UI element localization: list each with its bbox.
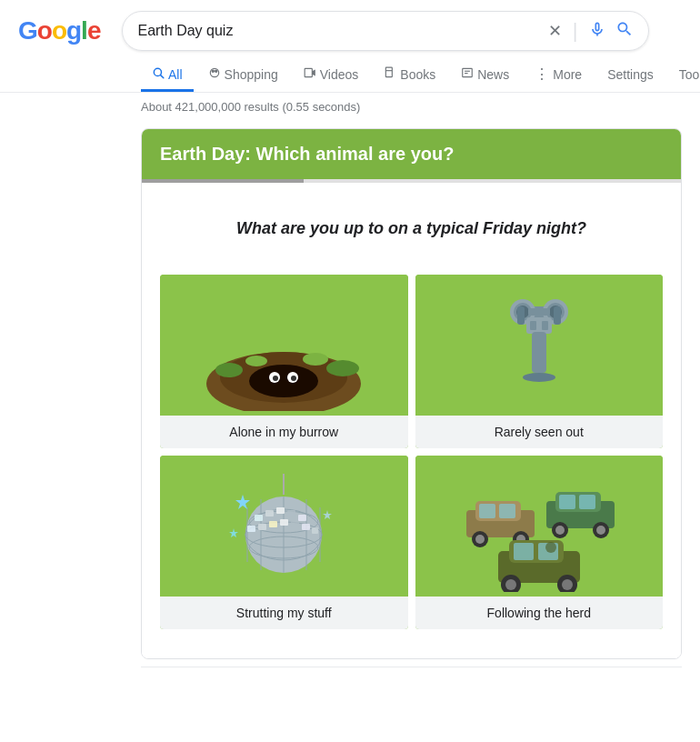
svg-rect-34	[532, 332, 546, 373]
svg-point-21	[273, 376, 278, 381]
svg-point-88	[562, 579, 573, 590]
svg-marker-63	[229, 528, 238, 537]
svg-point-15	[215, 363, 243, 377]
books-icon	[384, 66, 396, 82]
nav-right-section: Settings Tools	[596, 60, 700, 91]
search-input[interactable]	[137, 23, 547, 39]
svg-rect-51	[276, 507, 285, 514]
quiz-question: What are you up to on a typical Friday n…	[160, 201, 663, 275]
svg-point-3	[212, 70, 214, 72]
google-logo: Google	[18, 16, 100, 45]
telescope-label: Rarely seen out	[415, 416, 664, 448]
all-icon	[152, 66, 165, 82]
disco-image	[160, 456, 408, 597]
svg-point-86	[505, 579, 516, 590]
search-submit-icon[interactable]	[615, 20, 634, 43]
burrow-image	[160, 275, 408, 416]
svg-rect-60	[312, 527, 318, 534]
results-count: About 421,000,000 results (0.55 seconds)	[0, 93, 700, 121]
quiz-card: Earth Day: Which animal are you? What ar…	[141, 128, 682, 659]
quiz-title: Earth Day: Which animal are you?	[160, 144, 663, 165]
svg-rect-36	[517, 306, 525, 325]
svg-rect-32	[530, 321, 536, 330]
nav-shopping-label: Shopping	[225, 67, 278, 82]
nav-settings-label: Settings	[607, 67, 654, 82]
header: Google ✕ |	[0, 0, 700, 51]
svg-rect-55	[258, 524, 266, 530]
svg-rect-56	[269, 521, 277, 527]
news-icon	[461, 66, 474, 82]
svg-rect-33	[542, 321, 548, 330]
bottom-divider	[141, 667, 682, 667]
nav-item-videos[interactable]: Videos	[293, 59, 370, 92]
svg-point-84	[545, 542, 556, 553]
search-icons: ✕ |	[548, 19, 635, 43]
nav-more-label: More	[553, 67, 582, 82]
svg-rect-75	[579, 495, 595, 509]
svg-marker-61	[235, 495, 250, 509]
quiz-option-burrow[interactable]: Alone in my burrow	[160, 275, 408, 448]
burrow-label: Alone in my burrow	[160, 416, 408, 448]
quiz-option-telescope[interactable]: Rarely seen out	[415, 275, 664, 448]
svg-marker-62	[323, 510, 332, 519]
voice-search-icon[interactable]	[588, 20, 606, 43]
videos-icon	[304, 66, 316, 82]
svg-rect-74	[559, 495, 575, 509]
nav-videos-label: Videos	[320, 67, 359, 82]
search-nav: All Shopping Videos Books News ⋮ More Se…	[0, 51, 700, 93]
nav-item-settings[interactable]: Settings	[596, 60, 665, 92]
svg-point-18	[303, 353, 328, 366]
nav-item-news[interactable]: News	[450, 59, 520, 92]
cars-image	[415, 456, 664, 597]
svg-rect-52	[287, 510, 295, 516]
nav-books-label: Books	[400, 67, 435, 82]
quiz-options: Alone in my burrow	[160, 275, 663, 640]
svg-rect-49	[255, 515, 263, 521]
svg-rect-53	[298, 515, 306, 521]
disco-label: Strutting my stuff	[160, 597, 408, 629]
nav-item-more[interactable]: ⋮ More	[524, 58, 593, 93]
cars-label: Following the herd	[415, 597, 664, 629]
svg-point-16	[326, 360, 359, 376]
clear-icon[interactable]: ✕	[548, 21, 562, 41]
svg-rect-30	[528, 308, 550, 316]
svg-point-17	[245, 356, 267, 366]
nav-item-all[interactable]: All	[141, 59, 194, 92]
quiz-progress-fill	[142, 179, 304, 183]
quiz-option-disco[interactable]: Strutting my stuff	[160, 456, 408, 629]
svg-point-4	[215, 70, 216, 72]
svg-rect-54	[247, 526, 255, 532]
nav-tools-label: Tools	[679, 67, 700, 82]
svg-rect-50	[265, 510, 274, 516]
svg-point-69	[475, 535, 485, 544]
svg-rect-66	[479, 504, 495, 518]
svg-point-14	[249, 365, 318, 397]
telescope-image	[415, 275, 664, 416]
nav-item-shopping[interactable]: Shopping	[197, 59, 289, 92]
search-bar: ✕ |	[122, 11, 649, 51]
svg-point-77	[555, 526, 565, 535]
nav-item-books[interactable]: Books	[373, 59, 446, 92]
svg-point-2	[210, 68, 218, 76]
shopping-icon	[208, 66, 221, 82]
svg-point-22	[291, 376, 296, 381]
quiz-option-cars[interactable]: Following the herd	[415, 456, 664, 629]
quiz-progress-bar	[142, 179, 681, 183]
svg-rect-82	[514, 543, 534, 560]
svg-rect-7	[386, 67, 393, 77]
svg-line-1	[161, 75, 164, 78]
svg-rect-58	[291, 521, 299, 527]
svg-rect-5	[305, 68, 312, 76]
svg-point-35	[523, 373, 555, 382]
svg-rect-37	[554, 306, 561, 325]
svg-rect-57	[280, 519, 288, 526]
svg-rect-67	[499, 504, 515, 518]
quiz-header: Earth Day: Which animal are you?	[142, 129, 681, 179]
nav-all-label: All	[168, 67, 183, 82]
more-icon: ⋮	[535, 65, 549, 83]
nav-item-tools[interactable]: Tools	[668, 60, 700, 92]
svg-point-79	[596, 526, 605, 535]
svg-rect-59	[302, 524, 310, 530]
quiz-body: What are you up to on a typical Friday n…	[142, 183, 681, 658]
nav-news-label: News	[477, 67, 509, 82]
